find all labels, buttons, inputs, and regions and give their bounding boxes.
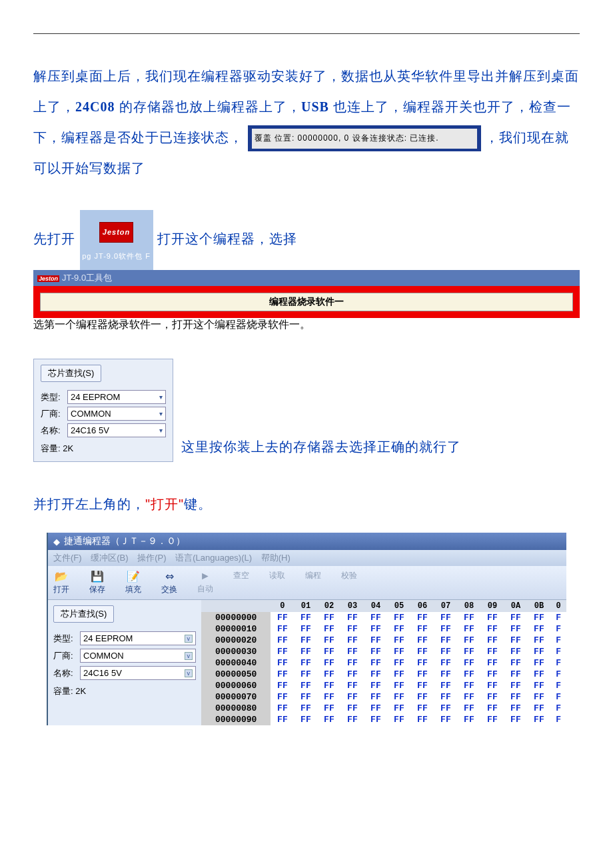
desktop-icon-block: Jeston pg JT-9.0软件包 F: [80, 210, 153, 270]
tb-auto[interactable]: ►自动: [197, 570, 213, 595]
chip-search-button[interactable]: 芯片查找(S): [41, 365, 101, 382]
chevron-down-icon: ▾: [159, 393, 163, 401]
capacity-2: 容量: 2K: [53, 685, 196, 697]
tb-save[interactable]: 💾保存: [89, 570, 105, 595]
swap-icon: ⇔: [161, 570, 177, 583]
p4-red: "打开": [145, 497, 184, 511]
p2-text-a: 先打开: [33, 231, 75, 246]
menu-bar[interactable]: 文件(F) 缓冲区(B) 操作(P) 语言(Languages)(L) 帮助(H…: [48, 550, 566, 566]
tb-fill[interactable]: 📝填充: [125, 570, 141, 595]
burn-software-button[interactable]: 编程器烧录软件一: [40, 293, 573, 311]
p2-text-c: 选第一个编程器烧录软件一，打开这个: [33, 319, 215, 330]
chevron-down-icon: v: [185, 669, 193, 677]
menu-help[interactable]: 帮助(H): [261, 553, 291, 563]
p1-text-c: 的存储器也放上编程器上了，: [115, 99, 301, 114]
menu-file[interactable]: 文件(F): [53, 553, 82, 563]
tb-swap[interactable]: ⇔交换: [161, 570, 177, 595]
type-select-2[interactable]: 24 EEPROMv: [80, 631, 196, 645]
tool-title: JT-9.0工具包: [62, 273, 112, 283]
window-title: 捷通编程器（ＪＴ－９．０）: [64, 535, 185, 547]
top-divider: [33, 33, 580, 34]
menu-lang[interactable]: 语言(Languages)(L): [175, 553, 252, 563]
tb-verify[interactable]: 校验: [341, 570, 357, 595]
jeston-logo: Jeston: [99, 222, 133, 243]
chevron-down-icon: v: [185, 635, 193, 643]
tb-read[interactable]: 读取: [269, 570, 285, 595]
paragraph-1: 解压到桌面上后，我们现在编程器驱动安装好了，数据也从英华软件里导出并解压到桌面上…: [33, 61, 580, 183]
name-select[interactable]: 24C16 5V▾: [67, 423, 166, 437]
status-text: 覆盖 位置: 00000000, 0 设备连接状态: 已连接.: [252, 129, 477, 149]
open-icon: 📂: [53, 570, 69, 583]
name-label: 名称:: [41, 425, 67, 437]
name-select-2[interactable]: 24C16 5Vv: [80, 666, 196, 680]
paragraph-2: 先打开 Jeston pg JT-9.0软件包 F 打开这个编程器，选择: [33, 210, 580, 270]
paragraph-4: 并打开左上角的，"打开"键。: [33, 489, 580, 519]
p4-b: 键。: [184, 497, 212, 511]
vendor-select-2[interactable]: COMMONv: [80, 649, 196, 663]
p1-chip: 24C08: [75, 99, 115, 114]
type-label: 类型:: [41, 391, 67, 403]
left-panel: 芯片查找(S) 类型:24 EEPROMv 厂商:COMMONv 名称:24C1…: [48, 600, 201, 725]
toolbar: 📂打开 💾保存 📝填充 ⇔交换 ►自动 查空 读取 编程 校验: [48, 566, 566, 600]
fill-icon: 📝: [125, 570, 141, 583]
jeston-small-icon: Jeston: [37, 275, 59, 282]
tb-open[interactable]: 📂打开: [53, 570, 69, 595]
capacity-text: 容量: 2K: [41, 443, 166, 455]
chip-select-panel: 芯片查找(S) 类型: 24 EEPROM▾ 厂商: COMMON▾ 名称: 2…: [33, 359, 173, 462]
chevron-down-icon: ▾: [159, 427, 163, 434]
paragraph-3: 这里按你装上去的存储器去选择正确的就行了: [181, 439, 461, 454]
save-icon: 💾: [89, 570, 105, 583]
app-icon: ◆: [53, 537, 60, 547]
menu-buffer[interactable]: 缓冲区(B): [91, 553, 128, 563]
icon-label: JT-9.0软件包: [95, 252, 143, 260]
programmer-window: ◆ 捷通编程器（ＪＴ－９．０） 文件(F) 缓冲区(B) 操作(P) 语言(La…: [47, 533, 566, 725]
p4-a: 并打开左上角的，: [33, 497, 145, 511]
tb-prog[interactable]: 编程: [305, 570, 321, 595]
p2-red: 编程器烧录软件一。: [215, 319, 310, 330]
tb-blank[interactable]: 查空: [233, 570, 249, 595]
hex-view: 00102030405060708090A0B000000000FFFFFFFF…: [201, 600, 566, 725]
p1-usb: USB: [301, 99, 329, 114]
type-select[interactable]: 24 EEPROM▾: [67, 390, 166, 404]
vendor-select[interactable]: COMMON▾: [67, 407, 166, 421]
window-titlebar: ◆ 捷通编程器（ＪＴ－９．０）: [48, 533, 566, 550]
auto-icon: ►: [197, 570, 213, 582]
chevron-down-icon: v: [185, 652, 193, 660]
chip-search-button-2[interactable]: 芯片查找(S): [53, 605, 114, 623]
menu-op[interactable]: 操作(P): [137, 553, 166, 563]
vendor-label: 厂商:: [41, 408, 67, 420]
p2-text-b: 打开这个编程器，选择: [157, 231, 297, 246]
status-bar-image: 覆盖 位置: 00000000, 0 设备连接状态: 已连接.: [248, 125, 481, 151]
chevron-down-icon: ▾: [159, 410, 163, 417]
